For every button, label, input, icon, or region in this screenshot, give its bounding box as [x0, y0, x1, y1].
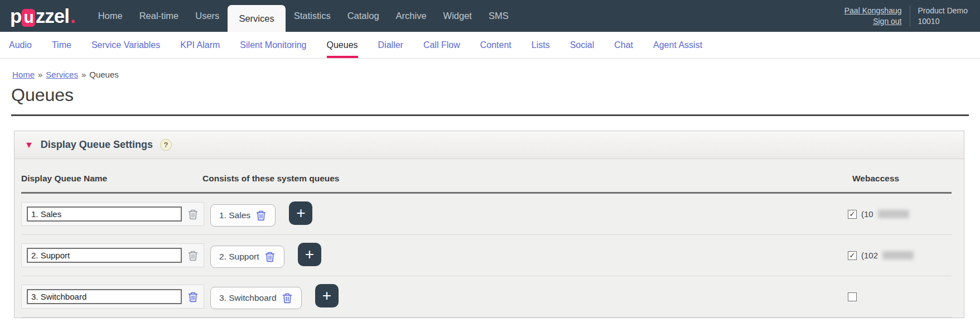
main-nav: Home Real-time Users Services Statistics…	[90, 0, 517, 32]
remove-system-queue-icon[interactable]	[282, 292, 293, 304]
delete-queue-icon[interactable]	[187, 209, 199, 220]
table-row: 2. Support + ✓ (102	[21, 235, 952, 276]
display-queue-settings-panel: ▼ Display Queue Settings ? Display Queue…	[14, 131, 964, 318]
breadcrumb-separator: »	[38, 70, 42, 79]
collapse-triangle-icon[interactable]: ▼	[25, 140, 33, 150]
page-title: Queues	[11, 85, 980, 105]
queue-name-input[interactable]	[27, 248, 182, 263]
system-queue-chip-label: 3. Switchboard	[219, 293, 277, 303]
webaccess-checkbox[interactable]: ✓	[848, 210, 857, 219]
subnav-item-time[interactable]: Time	[52, 32, 71, 58]
subnav-item-audio[interactable]: Audio	[9, 32, 32, 58]
breadcrumb-home-link[interactable]: Home	[12, 70, 35, 79]
sign-out-link[interactable]: Sign out	[844, 16, 902, 27]
subnav-item-call-flow[interactable]: Call Flow	[423, 32, 460, 58]
system-queue-chip[interactable]: 2. Support	[210, 246, 284, 268]
nav-item-users[interactable]: Users	[187, 0, 228, 32]
webaccess-checkbox[interactable]	[848, 292, 857, 301]
topbar-divider	[910, 6, 910, 27]
subnav-item-social[interactable]: Social	[570, 32, 595, 58]
title-divider	[11, 114, 969, 116]
webaccess-value: (102	[861, 251, 878, 260]
remove-system-queue-icon[interactable]	[255, 210, 267, 221]
checkbox-check-mark: ✓	[849, 251, 856, 259]
subnav-item-service-variables[interactable]: Service Variables	[91, 32, 160, 58]
column-header-webaccess: Webaccess	[852, 174, 956, 184]
puzzel-logo[interactable]: puzzel.	[0, 0, 90, 32]
subnav-item-silent-monitoring[interactable]: Silent Monitoring	[240, 32, 306, 58]
subnav-item-dialler[interactable]: Dialler	[378, 32, 403, 58]
subnav-item-content[interactable]: Content	[480, 32, 511, 58]
delete-queue-icon[interactable]	[187, 250, 199, 261]
remove-system-queue-icon[interactable]	[264, 251, 276, 262]
panel-body: Display Queue Name Consists of these sys…	[15, 159, 964, 318]
breadcrumb-services-link[interactable]: Services	[46, 70, 78, 79]
column-header-system-queues: Consists of these system queues	[202, 174, 852, 184]
subnav-item-queues[interactable]: Queues	[327, 32, 358, 58]
breadcrumb: Home»Services»Queues	[12, 70, 980, 79]
table-row: 1. Sales + ✓ (10	[21, 194, 952, 235]
subnav-item-agent-assist[interactable]: Agent Assist	[653, 32, 702, 58]
system-queue-chip[interactable]: 3. Switchboard	[210, 287, 302, 309]
logo-dot: .	[70, 5, 75, 27]
system-queue-chip[interactable]: 1. Sales	[210, 204, 276, 227]
system-queue-chip-label: 2. Support	[219, 252, 259, 262]
nav-item-home[interactable]: Home	[90, 0, 131, 32]
user-profile-link[interactable]: Paal Kongshaug	[844, 6, 902, 16]
delete-queue-icon[interactable]	[187, 291, 199, 302]
nav-item-services[interactable]: Services	[228, 5, 285, 32]
topbar-right-section: Paal Kongshaug Sign out Product Demo 100…	[844, 0, 980, 32]
logo-text-pre: p	[10, 5, 21, 27]
panel-header-display-queue-settings[interactable]: ▼ Display Queue Settings ?	[15, 131, 964, 159]
table-header-row: Display Queue Name Consists of these sys…	[21, 174, 956, 192]
add-system-queue-button[interactable]: +	[289, 201, 312, 225]
breadcrumb-separator: »	[81, 70, 86, 79]
queue-name-field-group	[21, 285, 204, 309]
panel-title: Display Queue Settings	[41, 139, 153, 151]
queue-name-field-group	[21, 243, 204, 267]
subnav-item-lists[interactable]: Lists	[532, 32, 550, 58]
nav-item-real-time[interactable]: Real-time	[131, 0, 187, 32]
nav-item-statistics[interactable]: Statistics	[286, 0, 339, 32]
nav-item-sms[interactable]: SMS	[480, 0, 517, 32]
top-bar: puzzel. Home Real-time Users Services St…	[0, 0, 980, 32]
services-sub-nav: Audio Time Service Variables KPI Alarm S…	[0, 32, 980, 59]
system-queue-chip-label: 1. Sales	[219, 210, 250, 220]
table-row: 3. Switchboard +	[21, 276, 952, 318]
webaccess-checkbox[interactable]: ✓	[848, 251, 857, 260]
logo-u-mark: u	[22, 9, 35, 27]
nav-item-archive[interactable]: Archive	[388, 0, 435, 32]
nav-item-widget[interactable]: Widget	[435, 0, 480, 32]
redacted-webaccess-value	[882, 251, 914, 259]
account-id: 10010	[918, 16, 968, 27]
add-system-queue-button[interactable]: +	[298, 243, 321, 266]
webaccess-value: (10	[861, 209, 873, 219]
breadcrumb-current: Queues	[89, 70, 119, 79]
subnav-item-chat[interactable]: Chat	[614, 32, 633, 58]
column-header-display-queue-name: Display Queue Name	[21, 174, 202, 184]
nav-item-catalog[interactable]: Catalog	[339, 0, 388, 32]
queue-name-input[interactable]	[27, 289, 182, 304]
account-info: Product Demo 10010	[918, 6, 968, 27]
queue-name-field-group	[21, 202, 204, 226]
queue-name-input[interactable]	[27, 206, 182, 222]
add-system-queue-button[interactable]: +	[315, 284, 339, 307]
subnav-item-kpi-alarm[interactable]: KPI Alarm	[180, 32, 220, 58]
account-name: Product Demo	[918, 6, 968, 16]
checkbox-check-mark: ✓	[849, 210, 856, 218]
logo-text-post: zzel	[36, 5, 69, 27]
help-icon[interactable]: ?	[160, 139, 172, 151]
redacted-webaccess-value	[878, 210, 909, 218]
